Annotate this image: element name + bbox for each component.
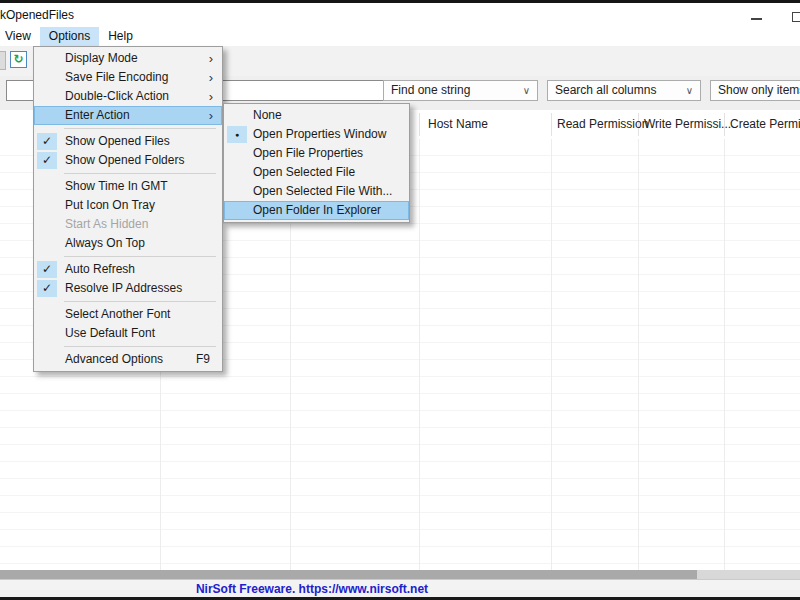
menu-item-show-opened-folders[interactable]: ✓ Show Opened Folders [34, 151, 222, 170]
show-only-items-control[interactable]: Show only items matc [710, 80, 800, 101]
grid-line [419, 139, 420, 570]
titlebar[interactable]: rkOpenedFiles [0, 3, 800, 27]
partial-toolbar-icon [0, 51, 6, 70]
submenu-item-open-folder-in-explorer[interactable]: Open Folder In Explorer [224, 201, 409, 220]
find-mode-select[interactable]: Find one string ∨ [383, 80, 538, 101]
chevron-down-icon: ∨ [523, 81, 530, 100]
menu-options[interactable]: Options [40, 27, 99, 46]
submenu-arrow-icon: › [209, 68, 213, 87]
search-scope-value: Search all columns [555, 83, 656, 97]
refresh-icon[interactable]: ↻ [10, 51, 27, 68]
menu-item-use-default-font[interactable]: Use Default Font [34, 324, 222, 343]
menu-help[interactable]: Help [99, 27, 142, 46]
status-bar: NirSoft Freeware. https://www.nirsoft.ne… [0, 579, 800, 598]
menu-item-start-as-hidden: Start As Hidden [34, 215, 222, 234]
menu-item-show-time-in-gmt[interactable]: Show Time In GMT [34, 177, 222, 196]
menu-item-select-another-font[interactable]: Select Another Font [34, 305, 222, 324]
menu-separator [64, 128, 216, 129]
search-scope-select[interactable]: Search all columns ∨ [547, 80, 701, 101]
menu-separator [64, 256, 216, 257]
column-separator[interactable] [551, 113, 552, 136]
checkmark-icon: ✓ [37, 280, 57, 297]
submenu-arrow-icon: › [209, 49, 213, 68]
menu-item-auto-refresh[interactable]: ✓ Auto Refresh [34, 260, 222, 279]
menu-view[interactable]: View [0, 27, 40, 46]
menu-item-always-on-top[interactable]: Always On Top [34, 234, 222, 253]
submenu-item-none[interactable]: None [224, 106, 409, 125]
column-header-create-permission[interactable]: Create Permiss... [730, 117, 800, 131]
menu-separator [64, 346, 216, 347]
checkmark-icon: ✓ [37, 133, 57, 150]
submenu-arrow-icon: › [209, 106, 213, 125]
menu-separator [64, 301, 216, 302]
grid-line [724, 139, 725, 570]
checkmark-icon: ✓ [37, 261, 57, 278]
menu-item-resolve-ip-addresses[interactable]: ✓ Resolve IP Addresses [34, 279, 222, 298]
menu-item-put-icon-on-tray[interactable]: Put Icon On Tray [34, 196, 222, 215]
options-menu: Display Mode › Save File Encoding › Doub… [33, 46, 223, 372]
menu-item-advanced-options[interactable]: Advanced Options F9 [34, 350, 222, 369]
minimize-button[interactable] [751, 18, 762, 20]
submenu-item-open-properties-window[interactable]: ● Open Properties Window [224, 125, 409, 144]
horizontal-scrollbar[interactable] [0, 570, 800, 579]
menu-item-save-file-encoding[interactable]: Save File Encoding › [34, 68, 222, 87]
submenu-item-open-selected-file[interactable]: Open Selected File [224, 163, 409, 182]
app-window: rkOpenedFiles View Options Help ↻ Find o… [0, 0, 800, 600]
grid-line [551, 139, 552, 570]
column-separator[interactable] [419, 113, 420, 136]
menu-separator [64, 173, 216, 174]
submenu-item-open-file-properties[interactable]: Open File Properties [224, 144, 409, 163]
maximize-button[interactable] [792, 12, 800, 22]
menu-item-enter-action[interactable]: Enter Action › [34, 106, 222, 125]
menu-item-double-click-action[interactable]: Double-Click Action › [34, 87, 222, 106]
window-title: rkOpenedFiles [0, 8, 74, 22]
nirsoft-link[interactable]: NirSoft Freeware. https://www.nirsoft.ne… [196, 582, 428, 596]
radio-dot-icon: ● [227, 126, 247, 143]
scrollbar-thumb[interactable] [0, 570, 697, 579]
chevron-down-icon: ∨ [686, 81, 693, 100]
column-header-read-permission[interactable]: Read Permission [557, 117, 648, 131]
shortcut-label: F9 [196, 350, 210, 369]
grid-line [638, 139, 639, 570]
submenu-arrow-icon: › [209, 87, 213, 106]
menu-item-show-opened-files[interactable]: ✓ Show Opened Files [34, 132, 222, 151]
menu-item-display-mode[interactable]: Display Mode › [34, 49, 222, 68]
find-mode-value: Find one string [391, 83, 470, 97]
column-header-host-name[interactable]: Host Name [428, 117, 488, 131]
enter-action-submenu: None ● Open Properties Window Open File … [223, 103, 410, 223]
checkmark-icon: ✓ [37, 152, 57, 169]
submenu-item-open-selected-file-with[interactable]: Open Selected File With... [224, 182, 409, 201]
menubar: View Options Help [0, 27, 800, 46]
column-header-write-permission[interactable]: Write Permissi... [644, 117, 731, 131]
